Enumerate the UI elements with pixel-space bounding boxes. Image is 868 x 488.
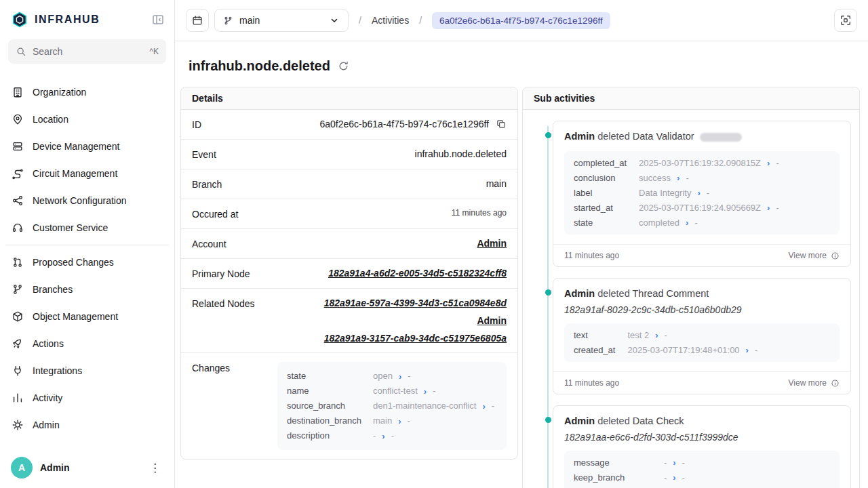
activity-time: 11 minutes ago: [564, 378, 619, 388]
property-after: -: [755, 345, 757, 355]
change-value: open: [373, 369, 393, 384]
copy-icon[interactable]: [496, 119, 507, 129]
plug-icon: [12, 365, 24, 377]
change-row: name conflict-test › -: [287, 384, 497, 399]
detail-value-occured-at: 11 minutes ago: [452, 208, 507, 218]
chevron-right-icon[interactable]: ›: [399, 372, 401, 381]
activity-node-id: 182a91aa-e6c6-d2fd-303d-c511f3999dce: [553, 428, 850, 443]
sidebar-item-label: Circuit Management: [33, 168, 117, 179]
sidebar-item-organization[interactable]: Organization: [5, 79, 169, 106]
sidebar-item-activity[interactable]: Activity: [5, 384, 169, 411]
property-value: Data Integrity: [639, 188, 691, 198]
sub-activity-title: Admin deleted Data Check: [553, 406, 850, 428]
related-node-link[interactable]: Admin: [477, 315, 507, 326]
chevron-right-icon[interactable]: ›: [767, 203, 770, 212]
sub-activity-title: Admin deleted Thread Comment: [553, 279, 850, 300]
chevron-right-icon[interactable]: ›: [655, 331, 658, 340]
activity-time: 11 minutes ago: [564, 251, 619, 260]
chevron-right-icon[interactable]: ›: [746, 346, 749, 354]
sidebar-item-location[interactable]: Location: [5, 106, 169, 133]
sidebar-item-proposed-changes[interactable]: Proposed Changes: [5, 249, 169, 276]
detail-value-id: 6a0f2e6c-b61a-4f75-b974-c76c1e1296ff: [319, 119, 489, 129]
property-after: -: [776, 158, 778, 168]
server-icon: [12, 140, 24, 152]
chevron-right-icon[interactable]: ›: [677, 174, 679, 182]
sidebar-item-label: Actions: [33, 338, 64, 349]
search-input[interactable]: Search ^K: [8, 39, 166, 64]
detail-row-account: Account Admin: [181, 229, 517, 259]
chevron-right-icon[interactable]: ›: [424, 387, 427, 396]
logo-text: INFRAHUB: [35, 14, 145, 26]
sidebar-item-integrations[interactable]: Integrations: [5, 357, 169, 384]
scan-button[interactable]: [834, 9, 857, 32]
property-after: -: [694, 218, 697, 228]
account-link[interactable]: Admin: [477, 238, 507, 249]
activity-node-id: 182a91af-8029-2c9c-34db-c510a6b0db29: [553, 300, 850, 315]
breadcrumb-current-id[interactable]: 6a0f2e6c-b61a-4f75-b974-c76c1e1296ff: [432, 12, 610, 29]
sidebar-item-actions[interactable]: Actions: [5, 330, 169, 357]
property-value: -: [664, 472, 667, 483]
chevron-right-icon[interactable]: ›: [767, 159, 770, 167]
sidebar-item-object-management[interactable]: Object Management: [5, 303, 169, 330]
sidebar-item-device-management[interactable]: Device Management: [5, 133, 169, 160]
info-icon: [831, 379, 840, 388]
activity-properties: texttest 2›- created_at2025-03-07T17:19:…: [564, 323, 840, 362]
branch-selector[interactable]: main: [214, 9, 349, 32]
sidebar-item-label: Branches: [33, 284, 73, 295]
sidebar-item-admin[interactable]: Admin: [5, 411, 169, 439]
user-menu-button[interactable]: ⋮: [146, 461, 163, 475]
sidebar-item-circuit-management[interactable]: Circuit Management: [5, 160, 169, 187]
property-after: -: [686, 173, 688, 183]
property-key: created_at: [574, 345, 615, 355]
refresh-button[interactable]: [338, 60, 349, 72]
collapse-sidebar-button[interactable]: [151, 13, 165, 26]
chevron-right-icon[interactable]: ›: [398, 417, 401, 426]
sidebar-item-network-configuration[interactable]: Network Configuration: [5, 187, 169, 214]
chevron-right-icon[interactable]: ›: [673, 473, 675, 482]
property-value: completed: [639, 218, 679, 228]
change-after: -: [408, 413, 410, 428]
sidebar-item-branches[interactable]: Branches: [5, 276, 169, 303]
related-node-link[interactable]: 182a91a9-3157-cab9-34dc-c51975e6805a: [324, 333, 507, 344]
detail-row-occured-at: Occured at 11 minutes ago: [181, 199, 517, 229]
changes-box: state open › - name conflict-test › -: [277, 362, 507, 450]
change-row: source_branch den1-maintenance-conflict …: [287, 399, 497, 413]
git-branch-icon: [12, 283, 24, 296]
detail-row-primary-node: Primary Node 182a91a4-a6d2-e005-34d5-c51…: [181, 259, 517, 289]
topbar: main / Activities / 6a0f2e6c-b61a-4f75-b…: [175, 0, 868, 41]
change-value: den1-maintenance-conflict: [373, 399, 476, 413]
detail-row-branch: Branch main: [181, 169, 517, 199]
headset-icon: [12, 222, 24, 234]
chevron-right-icon[interactable]: ›: [686, 218, 688, 227]
sub-activities-panel-header: Sub activities: [523, 87, 859, 110]
gear-icon: [12, 419, 24, 431]
details-title: Details: [192, 93, 223, 104]
activity-action: deleted: [597, 131, 630, 142]
chevron-right-icon[interactable]: ›: [697, 188, 700, 197]
chevron-right-icon[interactable]: ›: [482, 402, 485, 411]
breadcrumb-separator: /: [419, 15, 422, 26]
sub-activity-title: Admin deleted Data Validator: [553, 121, 850, 143]
detail-label: Changes: [192, 362, 230, 373]
property-after: -: [665, 330, 667, 340]
building-icon: [12, 86, 24, 98]
details-panel-header: Details: [181, 87, 517, 110]
change-key: name: [287, 384, 367, 399]
breadcrumb-activities-link[interactable]: Activities: [372, 15, 409, 26]
detail-row-changes: Changes state open › - name conflict-tes…: [181, 353, 517, 459]
sidebar-item-label: Device Management: [33, 141, 119, 152]
content-panels: Details ID 6a0f2e6c-b61a-4f75-b974-c76c1…: [175, 85, 868, 488]
activity-object: Thread Comment: [633, 288, 709, 299]
primary-node-link[interactable]: 182a91a4-a6d2-e005-34d5-c5182324cff8: [328, 268, 507, 279]
info-icon: [831, 251, 840, 260]
related-node-link[interactable]: 182a91ae-597a-4399-34d3-c51ca0984e8d: [324, 298, 507, 308]
calendar-button[interactable]: [186, 9, 209, 32]
property-key: state: [574, 218, 627, 228]
chevron-right-icon[interactable]: ›: [382, 432, 384, 441]
sidebar-nav: Organization Location Device Management …: [0, 69, 174, 439]
view-more-button[interactable]: View more: [789, 378, 840, 388]
view-more-label: View more: [789, 251, 827, 260]
sidebar-item-customer-service[interactable]: Customer Service: [5, 214, 169, 241]
view-more-button[interactable]: View more: [789, 251, 840, 260]
chevron-right-icon[interactable]: ›: [673, 458, 675, 467]
